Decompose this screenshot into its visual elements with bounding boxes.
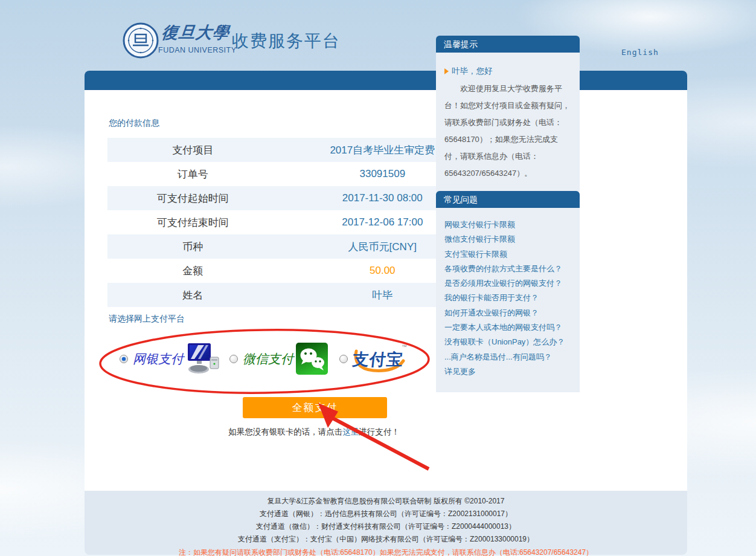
alipay-logo: 支付宝 ™ bbox=[353, 343, 405, 375]
row-label: 金额 bbox=[107, 264, 278, 278]
greeting-line: 叶毕，您好 bbox=[444, 66, 571, 77]
row-label: 姓名 bbox=[107, 288, 278, 302]
wechat-label: 微信支付 bbox=[243, 351, 293, 367]
table-row: 支付项目 2017自考毕业生审定费 bbox=[107, 138, 487, 162]
note-suffix: 进行支付！ bbox=[359, 427, 400, 436]
row-label: 订单号 bbox=[107, 167, 278, 181]
platform-section-title: 请选择网上支付平台 bbox=[109, 314, 185, 325]
english-language-link[interactable]: English bbox=[621, 48, 659, 57]
greeting-text: 叶毕，您好 bbox=[452, 66, 493, 77]
university-name-english: FUDAN UNIVERSITY bbox=[158, 46, 237, 54]
faq-link[interactable]: 是否必须用农业银行的网银支付？ bbox=[444, 276, 571, 291]
option-alipay[interactable]: 支付宝 ™ bbox=[339, 343, 405, 375]
footer-line: 支付通道（微信）：财付通支付科技有限公司（许可证编号：Z200044400001… bbox=[85, 520, 687, 533]
alipay-radio[interactable] bbox=[339, 355, 348, 363]
footer-line: 支付通道（支付宝）：支付宝（中国）网络技术有限公司（许可证编号：Z2000133… bbox=[85, 533, 687, 546]
orange-arrow-icon bbox=[444, 68, 449, 74]
no-unionpay-note: 如果您没有银联卡的话，请点击这里进行支付！ bbox=[157, 427, 471, 438]
netbank-label: 网银支付 bbox=[133, 351, 184, 367]
fudan-university-seal-logo bbox=[123, 22, 159, 59]
table-row: 可支付结束时间 2017-12-06 17:00 bbox=[107, 210, 487, 234]
footer-line: 支付通道（网银）：迅付信息科技有限公司（许可证编号：Z2002131000017… bbox=[85, 508, 687, 520]
faq-link[interactable]: 支付宝银行卡限额 bbox=[444, 247, 571, 262]
faq-header: 常见问题 bbox=[436, 191, 580, 208]
navigation-bar bbox=[85, 71, 687, 90]
faq-link[interactable]: 如何开通农业银行的网银？ bbox=[444, 306, 571, 320]
here-link[interactable]: 这里 bbox=[342, 427, 359, 436]
wechat-icon bbox=[296, 343, 328, 375]
faq-link[interactable]: 我的银行卡能否用于支付？ bbox=[444, 291, 571, 305]
faq-link[interactable]: 详见更多 bbox=[444, 364, 571, 379]
faq-link[interactable]: ...商户名称是迅付...有问题吗？ bbox=[444, 350, 571, 364]
row-label: 支付项目 bbox=[107, 143, 278, 157]
faq-links: 网银支付银行卡限额微信支付银行卡限额支付宝银行卡限额各项收费的付款方式主要是什么… bbox=[436, 208, 580, 392]
row-label: 币种 bbox=[107, 240, 278, 254]
tips-body: 叶毕，您好 欢迎使用复旦大学收费服务平台！如您对支付项目或金额有疑问，请联系收费… bbox=[436, 53, 580, 192]
payment-info-table: 支付项目 2017自考毕业生审定费 订单号 33091509 可支付起始时间 2… bbox=[107, 138, 487, 307]
page-title: 收费服务平台 bbox=[232, 30, 341, 53]
faq-link[interactable]: 各项收费的付款方式主要是什么？ bbox=[444, 262, 571, 276]
option-netbank[interactable]: 网银支付 bbox=[120, 343, 221, 375]
table-row: 订单号 33091509 bbox=[107, 162, 487, 186]
payment-page: 復旦大學 FUDAN UNIVERSITY 收费服务平台 English 您的付… bbox=[0, 0, 756, 556]
tips-header: 温馨提示 bbox=[436, 36, 580, 53]
netbank-computer-icon bbox=[186, 343, 221, 375]
table-row: 币种 人民币元[CNY] bbox=[107, 234, 487, 259]
payment-info-section-title: 您的付款信息 bbox=[109, 118, 159, 129]
table-row: 姓名 叶毕 bbox=[107, 283, 487, 307]
main-content-panel: 您的付款信息 支付项目 2017自考毕业生审定费 订单号 33091509 可支… bbox=[85, 90, 687, 491]
note-prefix: 如果您没有银联卡的话，请点击 bbox=[228, 427, 342, 436]
tips-panel: 温馨提示 叶毕，您好 欢迎使用复旦大学收费服务平台！如您对支付项目或金额有疑问，… bbox=[436, 36, 580, 192]
row-label: 可支付结束时间 bbox=[107, 216, 278, 230]
option-wechat[interactable]: 微信支付 bbox=[229, 343, 328, 375]
faq-link[interactable]: 没有银联卡（UnionPay）怎么办？ bbox=[444, 335, 571, 349]
footer-contact-note: 注：如果您有疑问请联系收费部门或财务处（电话:65648170）如果您无法完成支… bbox=[85, 546, 687, 556]
row-label: 可支付起始时间 bbox=[107, 192, 278, 205]
faq-link[interactable]: 网银支付银行卡限额 bbox=[444, 218, 571, 232]
page-footer: 复旦大学&江苏金智教育信息股份有限公司联合研制 版权所有 ©2010-2017支… bbox=[85, 491, 687, 555]
full-payment-button[interactable]: 全额支付 bbox=[243, 397, 387, 418]
footer-lines: 复旦大学&江苏金智教育信息股份有限公司联合研制 版权所有 ©2010-2017支… bbox=[85, 495, 687, 546]
faq-link[interactable]: 一定要本人或本地的网银支付吗？ bbox=[444, 320, 571, 335]
table-row: 金额 50.00 bbox=[107, 259, 487, 283]
wechat-radio[interactable] bbox=[229, 355, 238, 363]
table-row: 可支付起始时间 2017-11-30 08:00 bbox=[107, 186, 487, 210]
footer-line: 复旦大学&江苏金智教育信息股份有限公司联合研制 版权所有 ©2010-2017 bbox=[85, 495, 687, 508]
faq-link[interactable]: 微信支付银行卡限额 bbox=[444, 232, 571, 247]
university-name-calligraphy: 復旦大學 bbox=[161, 22, 231, 44]
alipay-trademark: ™ bbox=[402, 344, 407, 350]
tips-text: 欢迎使用复旦大学收费服务平台！如您对支付项目或金额有疑问，请联系收费部门或财务处… bbox=[444, 80, 571, 182]
alipay-text: 支付宝 bbox=[351, 349, 405, 370]
netbank-radio[interactable] bbox=[120, 355, 128, 363]
faq-panel: 常见问题 网银支付银行卡限额微信支付银行卡限额支付宝银行卡限额各项收费的付款方式… bbox=[436, 191, 580, 392]
